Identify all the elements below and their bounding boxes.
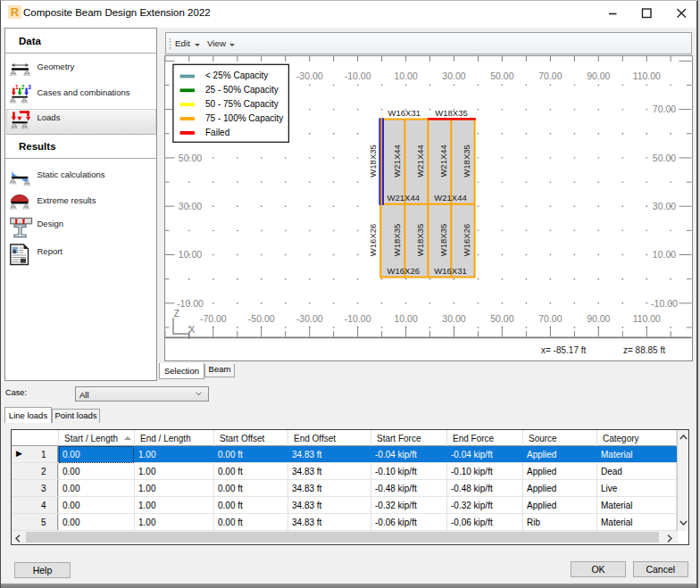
svg-text:W18X35: W18X35: [368, 145, 378, 177]
svg-text:30.00: 30.00: [653, 201, 676, 211]
svg-text:W21X44: W21X44: [388, 193, 420, 203]
svg-text:W21X44: W21X44: [415, 145, 425, 177]
svg-text:W18X35: W18X35: [438, 224, 448, 256]
svg-text:W18X35: W18X35: [392, 224, 402, 256]
svg-text:10.00: 10.00: [179, 249, 202, 260]
svg-text:-10.00: -10.00: [651, 298, 678, 309]
svg-text:W21X44: W21X44: [438, 145, 448, 177]
svg-text:30.00: 30.00: [179, 201, 202, 211]
svg-text:70.00: 70.00: [653, 104, 676, 114]
svg-text:75 - 100% Capacity: 75 - 100% Capacity: [205, 113, 283, 123]
svg-text:50 - 75% Capacity: 50 - 75% Capacity: [205, 99, 279, 109]
svg-text:< 25% Capacity: < 25% Capacity: [205, 70, 268, 80]
svg-text:10.00: 10.00: [394, 313, 417, 324]
svg-text:2: 2: [21, 84, 24, 90]
svg-text:X: X: [188, 325, 195, 335]
svg-text:25 - 50% Capacity: 25 - 50% Capacity: [205, 85, 279, 95]
svg-text:-30.00: -30.00: [296, 70, 323, 81]
svg-text:W21X44: W21X44: [434, 193, 466, 203]
svg-text:Failed: Failed: [205, 128, 229, 137]
svg-text:70.00: 70.00: [538, 70, 562, 81]
svg-text:-10.00: -10.00: [345, 70, 371, 81]
svg-text:10.00: 10.00: [394, 70, 417, 81]
svg-text:90.00: 90.00: [587, 70, 610, 81]
svg-text:W18X35: W18X35: [415, 224, 425, 256]
svg-text:50.00: 50.00: [490, 70, 513, 81]
svg-text:10.00: 10.00: [653, 249, 676, 260]
svg-text:W18X35: W18X35: [435, 108, 467, 118]
svg-text:W16X26: W16X26: [368, 224, 378, 256]
svg-text:50.00: 50.00: [490, 313, 513, 324]
svg-text:W18X35: W18X35: [462, 145, 471, 177]
svg-text:110.00: 110.00: [633, 70, 661, 81]
svg-text:x= -85.17 ft: x= -85.17 ft: [541, 345, 587, 355]
svg-text:W21X44: W21X44: [392, 145, 402, 177]
svg-text:-10.00: -10.00: [177, 298, 204, 309]
svg-text:Z: Z: [174, 309, 179, 319]
svg-text:W16X26: W16X26: [388, 266, 420, 276]
svg-text:50.00: 50.00: [179, 153, 202, 163]
svg-text:-50.00: -50.00: [248, 313, 275, 324]
svg-text:30.00: 30.00: [442, 313, 465, 324]
svg-text:70.00: 70.00: [538, 313, 562, 324]
svg-text:50.00: 50.00: [653, 153, 676, 163]
svg-text:-30.00: -30.00: [296, 313, 323, 324]
svg-text:3: 3: [28, 84, 31, 90]
svg-text:-10.00: -10.00: [345, 313, 371, 324]
svg-text:W16X31: W16X31: [434, 266, 466, 276]
svg-text:1: 1: [15, 84, 19, 90]
svg-text:90.00: 90.00: [587, 313, 610, 324]
svg-text:W16X26: W16X26: [462, 224, 471, 256]
svg-text:W16X31: W16X31: [388, 108, 421, 118]
svg-text:z= 88.85 ft: z= 88.85 ft: [623, 345, 665, 355]
svg-text:30.00: 30.00: [442, 70, 465, 81]
svg-text:-70.00: -70.00: [200, 313, 227, 324]
svg-text:110.00: 110.00: [633, 313, 661, 324]
